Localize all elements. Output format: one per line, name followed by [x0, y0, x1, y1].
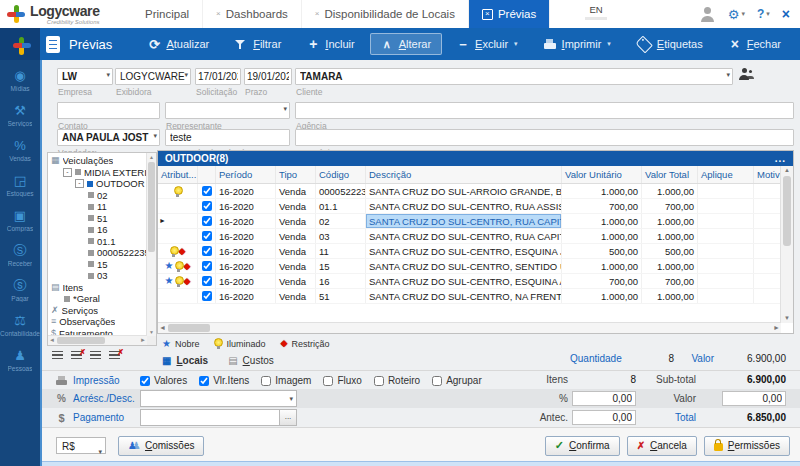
- tree-expander-icon[interactable]: -: [75, 179, 84, 188]
- table-row[interactable]: 16-2020Venda51SANTA CRUZ DO SUL-CENTRO, …: [158, 289, 781, 304]
- valor-desc-input[interactable]: [722, 391, 786, 406]
- agencia-field[interactable]: [295, 102, 794, 119]
- cliente-people-icon[interactable]: [739, 68, 755, 81]
- campanha-field[interactable]: [165, 129, 290, 146]
- print-checkbox[interactable]: [140, 376, 150, 386]
- user-avatar-icon[interactable]: [699, 6, 716, 22]
- row-checkbox[interactable]: [202, 261, 212, 271]
- permissoes-button[interactable]: Permissões: [704, 436, 790, 456]
- pct-input[interactable]: [572, 391, 636, 406]
- tree-item-0000522235[interactable]: 0000522235: [48, 247, 146, 259]
- subtab-custos[interactable]: ▤Custos: [228, 355, 274, 366]
- tree-item-15[interactable]: 15: [48, 259, 146, 271]
- cancela-button[interactable]: ✗Cancela: [627, 436, 697, 456]
- tree-item-midia-exterior[interactable]: -MIDIA EXTERIOR: [48, 167, 146, 179]
- tab-close-icon[interactable]: ×: [482, 9, 493, 20]
- print-option-imagem[interactable]: Imagem: [261, 375, 311, 386]
- tree-item-itens[interactable]: ▤Itens: [48, 282, 146, 294]
- sidebar-item-estoques[interactable]: ◲Estoques: [0, 168, 40, 203]
- print-checkbox[interactable]: [323, 376, 333, 386]
- row-checkbox[interactable]: [202, 216, 212, 226]
- empresa-select[interactable]: [57, 68, 113, 85]
- header-tab-dashboards[interactable]: ×Dashboards: [203, 0, 302, 28]
- tree-item-11[interactable]: 11: [48, 201, 146, 213]
- row-checkbox[interactable]: [202, 246, 212, 256]
- column-header-codigo[interactable]: Código: [316, 166, 366, 183]
- tree-item-16[interactable]: 16: [48, 224, 146, 236]
- tree-item-outdoor-8[interactable]: -OUTDOOR (8): [48, 178, 146, 190]
- row-checkbox[interactable]: [202, 186, 212, 196]
- scroll-up-icon[interactable]: ▲: [781, 166, 793, 175]
- column-header-periodo[interactable]: Período: [216, 166, 276, 183]
- estrategia-field[interactable]: [295, 129, 794, 146]
- help-button[interactable]: ?▾: [757, 7, 770, 21]
- tree-item-51[interactable]: 51: [48, 213, 146, 225]
- header-tab-principal[interactable]: Principal: [132, 0, 203, 28]
- exibidora-select[interactable]: [115, 68, 191, 85]
- cliente-select[interactable]: [295, 68, 733, 85]
- fechar-button[interactable]: Fechar: [718, 33, 792, 55]
- pagamento-field[interactable]: [140, 409, 280, 426]
- table-row[interactable]: 16-2020Venda03SANTA CRUZ DO SUL-CENTRO, …: [158, 229, 781, 244]
- tree-expander-icon[interactable]: -: [63, 168, 72, 177]
- confirma-button[interactable]: ✓Confirma: [545, 436, 620, 456]
- table-row[interactable]: ★◆16-2020Venda15SANTA CRUZ DO SUL-CENTRO…: [158, 259, 781, 274]
- row-checkbox[interactable]: [202, 276, 212, 286]
- tab-close-icon[interactable]: ×: [315, 10, 320, 18]
- print-option-fluxo[interactable]: Fluxo: [323, 375, 361, 386]
- header-tab-disponibilidade-de-locais[interactable]: ×Disponibilidade de Locais: [302, 0, 469, 28]
- sidebar-item-vendas[interactable]: %Vendas: [0, 133, 40, 168]
- tree-vertical-scrollbar[interactable]: ▲▼: [146, 153, 156, 336]
- acresc-select[interactable]: ▾: [140, 390, 297, 407]
- table-row[interactable]: 16-2020Venda0000522235SANTA CRUZ DO SUL-…: [158, 184, 781, 199]
- contato-field[interactable]: [57, 102, 160, 119]
- vendedor-select[interactable]: [57, 129, 160, 146]
- pagamento-ellipsis-button[interactable]: ...: [280, 409, 297, 426]
- sidebar-item-contabilidade[interactable]: ⚖Contabilidade: [0, 308, 40, 343]
- tree-item-geral[interactable]: *Geral: [48, 293, 146, 305]
- scroll-left-icon[interactable]: ◄: [158, 323, 167, 333]
- tree-item-03[interactable]: 03: [48, 270, 146, 282]
- column-header-motivo[interactable]: Motiv: [754, 166, 781, 183]
- row-checkbox[interactable]: [202, 231, 212, 241]
- print-checkbox[interactable]: [432, 376, 442, 386]
- print-option-valores[interactable]: Valores: [140, 375, 187, 386]
- sidebar-item-servi-os[interactable]: ⚒Serviços: [0, 98, 40, 133]
- grid-vertical-scrollbar[interactable]: ▲▼: [780, 166, 793, 323]
- row-checkbox[interactable]: [202, 291, 212, 301]
- header-tab-pr-vias[interactable]: ×Prévias: [469, 0, 550, 28]
- print-checkbox[interactable]: [374, 376, 384, 386]
- tree-item-01-1[interactable]: 01.1: [48, 236, 146, 248]
- print-option-agrupar[interactable]: Agrupar: [432, 375, 482, 386]
- print-checkbox[interactable]: [199, 376, 209, 386]
- grid-horizontal-scrollbar[interactable]: ◄►: [158, 322, 781, 333]
- row-checkbox[interactable]: [202, 201, 212, 211]
- column-header-check[interactable]: [198, 166, 216, 183]
- grid-append-icon[interactable]: [52, 351, 63, 361]
- scroll-down-icon[interactable]: ▼: [147, 328, 156, 336]
- language-indicator[interactable]: EN: [585, 4, 607, 20]
- excluir-button[interactable]: Excluir▾: [446, 33, 529, 55]
- print-option-roteiro[interactable]: Roteiro: [374, 375, 420, 386]
- tree-item-02[interactable]: 02: [48, 190, 146, 202]
- representante-select[interactable]: [165, 102, 290, 119]
- tree-item-servi-os[interactable]: ✗Serviços: [48, 305, 146, 317]
- tab-close-icon[interactable]: ×: [216, 10, 221, 18]
- sidebar-item-receber[interactable]: ⓈReceber: [0, 238, 40, 273]
- etiquetas-button[interactable]: Etiquetas: [626, 33, 714, 55]
- column-header-descricao[interactable]: Descrição: [366, 166, 562, 183]
- grid-delete-icon[interactable]: [71, 351, 82, 361]
- close-window-icon[interactable]: ×: [782, 6, 790, 22]
- tree-horizontal-scrollbar[interactable]: ◄►: [48, 335, 147, 345]
- sidebar-item-m-dias[interactable]: ◉Mídias: [0, 63, 40, 98]
- column-header-tipo[interactable]: Tipo: [276, 166, 316, 183]
- settings-button[interactable]: ⚙▾: [728, 7, 745, 22]
- column-header-valor_total[interactable]: Valor Total: [642, 166, 698, 183]
- filtrar-button[interactable]: Filtrar: [224, 33, 292, 55]
- column-header-valor_unitario[interactable]: Valor Unitário: [562, 166, 642, 183]
- alterar-button[interactable]: Alterar: [370, 33, 442, 55]
- scroll-right-icon[interactable]: ►: [139, 336, 147, 345]
- table-row[interactable]: ◆16-2020Venda11SANTA CRUZ DO SUL-CENTRO,…: [158, 244, 781, 259]
- scroll-right-icon[interactable]: ►: [772, 323, 781, 333]
- currency-select[interactable]: R$▾: [56, 437, 106, 454]
